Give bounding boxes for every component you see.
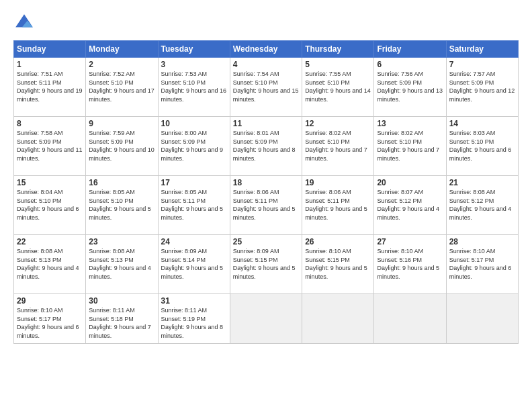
day-cell: 11Sunrise: 8:01 AM Sunset: 5:09 PM Dayli… — [230, 117, 302, 176]
logo — [13, 12, 38, 34]
day-cell: 12Sunrise: 8:02 AM Sunset: 5:10 PM Dayli… — [302, 117, 374, 176]
day-number: 15 — [17, 178, 83, 187]
week-row-2: 15Sunrise: 8:04 AM Sunset: 5:10 PM Dayli… — [14, 176, 519, 235]
day-info: Sunrise: 8:01 AM Sunset: 5:09 PM Dayligh… — [233, 129, 299, 163]
logo-icon — [13, 12, 35, 34]
day-number: 12 — [305, 119, 371, 128]
day-number: 11 — [233, 119, 299, 128]
day-number: 20 — [377, 178, 443, 187]
day-info: Sunrise: 8:11 AM Sunset: 5:18 PM Dayligh… — [89, 306, 154, 340]
day-cell: 18Sunrise: 8:06 AM Sunset: 5:11 PM Dayli… — [230, 176, 302, 235]
col-header-monday: Monday — [86, 41, 158, 58]
day-number: 30 — [89, 296, 154, 306]
day-info: Sunrise: 8:10 AM Sunset: 5:17 PM Dayligh… — [449, 247, 515, 281]
day-cell: 26Sunrise: 8:10 AM Sunset: 5:15 PM Dayli… — [302, 235, 374, 294]
day-cell: 14Sunrise: 8:03 AM Sunset: 5:10 PM Dayli… — [446, 117, 518, 176]
day-number: 21 — [449, 178, 515, 187]
col-header-tuesday: Tuesday — [158, 41, 230, 58]
day-number: 14 — [449, 119, 515, 128]
day-cell: 19Sunrise: 8:06 AM Sunset: 5:11 PM Dayli… — [302, 176, 374, 235]
week-row-4: 29Sunrise: 8:10 AM Sunset: 5:17 PM Dayli… — [14, 294, 519, 344]
calendar: SundayMondayTuesdayWednesdayThursdayFrid… — [13, 40, 519, 344]
col-header-sunday: Sunday — [14, 41, 86, 58]
day-cell: 4Sunrise: 7:54 AM Sunset: 5:10 PM Daylig… — [230, 58, 302, 117]
day-info: Sunrise: 7:53 AM Sunset: 5:10 PM Dayligh… — [161, 70, 227, 103]
week-row-1: 8Sunrise: 7:58 AM Sunset: 5:09 PM Daylig… — [14, 117, 519, 176]
day-cell: 1Sunrise: 7:51 AM Sunset: 5:11 PM Daylig… — [14, 58, 86, 117]
col-header-saturday: Saturday — [446, 41, 518, 58]
day-number: 19 — [305, 178, 371, 187]
day-number: 22 — [17, 237, 83, 246]
day-number: 8 — [17, 119, 83, 128]
day-cell: 27Sunrise: 8:10 AM Sunset: 5:16 PM Dayli… — [374, 235, 446, 294]
day-info: Sunrise: 8:09 AM Sunset: 5:15 PM Dayligh… — [233, 247, 299, 281]
week-row-0: 1Sunrise: 7:51 AM Sunset: 5:11 PM Daylig… — [14, 58, 519, 117]
day-number: 23 — [89, 237, 154, 246]
day-info: Sunrise: 8:03 AM Sunset: 5:10 PM Dayligh… — [449, 129, 515, 163]
day-cell: 10Sunrise: 8:00 AM Sunset: 5:09 PM Dayli… — [158, 117, 230, 176]
day-info: Sunrise: 8:02 AM Sunset: 5:10 PM Dayligh… — [377, 129, 443, 163]
day-cell: 30Sunrise: 8:11 AM Sunset: 5:18 PM Dayli… — [86, 294, 158, 344]
day-info: Sunrise: 8:10 AM Sunset: 5:17 PM Dayligh… — [17, 306, 83, 340]
day-number: 3 — [161, 60, 227, 69]
day-number: 26 — [305, 237, 371, 246]
week-row-3: 22Sunrise: 8:08 AM Sunset: 5:13 PM Dayli… — [14, 235, 519, 294]
day-info: Sunrise: 8:05 AM Sunset: 5:11 PM Dayligh… — [161, 188, 227, 222]
day-number: 5 — [305, 60, 371, 69]
day-info: Sunrise: 8:09 AM Sunset: 5:14 PM Dayligh… — [161, 247, 227, 281]
day-info: Sunrise: 7:57 AM Sunset: 5:09 PM Dayligh… — [449, 70, 515, 103]
day-number: 10 — [161, 119, 227, 128]
day-cell — [230, 294, 302, 344]
day-info: Sunrise: 8:08 AM Sunset: 5:13 PM Dayligh… — [17, 247, 83, 281]
col-header-thursday: Thursday — [302, 41, 374, 58]
day-cell — [302, 294, 374, 344]
day-info: Sunrise: 8:02 AM Sunset: 5:10 PM Dayligh… — [305, 129, 371, 163]
day-cell: 16Sunrise: 8:05 AM Sunset: 5:10 PM Dayli… — [86, 176, 158, 235]
day-number: 24 — [161, 237, 227, 246]
day-cell: 29Sunrise: 8:10 AM Sunset: 5:17 PM Dayli… — [14, 294, 86, 344]
col-header-wednesday: Wednesday — [230, 41, 302, 58]
day-cell: 31Sunrise: 8:11 AM Sunset: 5:19 PM Dayli… — [158, 294, 230, 344]
day-cell: 28Sunrise: 8:10 AM Sunset: 5:17 PM Dayli… — [446, 235, 518, 294]
col-header-friday: Friday — [374, 41, 446, 58]
day-cell — [446, 294, 518, 344]
day-cell: 21Sunrise: 8:08 AM Sunset: 5:12 PM Dayli… — [446, 176, 518, 235]
day-info: Sunrise: 7:56 AM Sunset: 5:09 PM Dayligh… — [377, 70, 443, 103]
day-number: 29 — [17, 296, 83, 306]
day-number: 13 — [377, 119, 443, 128]
day-cell: 24Sunrise: 8:09 AM Sunset: 5:14 PM Dayli… — [158, 235, 230, 294]
day-number: 16 — [89, 178, 154, 187]
day-cell: 6Sunrise: 7:56 AM Sunset: 5:09 PM Daylig… — [374, 58, 446, 117]
day-info: Sunrise: 8:07 AM Sunset: 5:12 PM Dayligh… — [377, 188, 443, 222]
day-number: 25 — [233, 237, 299, 246]
day-cell: 13Sunrise: 8:02 AM Sunset: 5:10 PM Dayli… — [374, 117, 446, 176]
day-info: Sunrise: 8:08 AM Sunset: 5:13 PM Dayligh… — [89, 247, 154, 281]
day-info: Sunrise: 8:06 AM Sunset: 5:11 PM Dayligh… — [305, 188, 371, 222]
day-cell: 3Sunrise: 7:53 AM Sunset: 5:10 PM Daylig… — [158, 58, 230, 117]
calendar-header-row: SundayMondayTuesdayWednesdayThursdayFrid… — [14, 41, 519, 58]
day-cell: 22Sunrise: 8:08 AM Sunset: 5:13 PM Dayli… — [14, 235, 86, 294]
day-info: Sunrise: 8:06 AM Sunset: 5:11 PM Dayligh… — [233, 188, 299, 222]
day-cell: 23Sunrise: 8:08 AM Sunset: 5:13 PM Dayli… — [86, 235, 158, 294]
day-info: Sunrise: 7:55 AM Sunset: 5:10 PM Dayligh… — [305, 70, 371, 103]
day-cell: 25Sunrise: 8:09 AM Sunset: 5:15 PM Dayli… — [230, 235, 302, 294]
day-cell: 7Sunrise: 7:57 AM Sunset: 5:09 PM Daylig… — [446, 58, 518, 117]
day-number: 27 — [377, 237, 443, 246]
day-cell: 8Sunrise: 7:58 AM Sunset: 5:09 PM Daylig… — [14, 117, 86, 176]
day-cell: 20Sunrise: 8:07 AM Sunset: 5:12 PM Dayli… — [374, 176, 446, 235]
day-info: Sunrise: 8:10 AM Sunset: 5:16 PM Dayligh… — [377, 247, 443, 281]
day-number: 18 — [233, 178, 299, 187]
page: SundayMondayTuesdayWednesdayThursdayFrid… — [0, 0, 532, 411]
day-number: 6 — [377, 60, 443, 69]
day-number: 9 — [89, 119, 154, 128]
day-info: Sunrise: 8:08 AM Sunset: 5:12 PM Dayligh… — [449, 188, 515, 222]
day-cell: 17Sunrise: 8:05 AM Sunset: 5:11 PM Dayli… — [158, 176, 230, 235]
day-cell — [374, 294, 446, 344]
day-number: 4 — [233, 60, 299, 69]
day-info: Sunrise: 7:54 AM Sunset: 5:10 PM Dayligh… — [233, 70, 299, 103]
day-info: Sunrise: 7:52 AM Sunset: 5:10 PM Dayligh… — [89, 70, 154, 103]
day-number: 17 — [161, 178, 227, 187]
day-number: 1 — [17, 60, 83, 69]
day-info: Sunrise: 8:10 AM Sunset: 5:15 PM Dayligh… — [305, 247, 371, 281]
day-info: Sunrise: 8:05 AM Sunset: 5:10 PM Dayligh… — [89, 188, 154, 222]
